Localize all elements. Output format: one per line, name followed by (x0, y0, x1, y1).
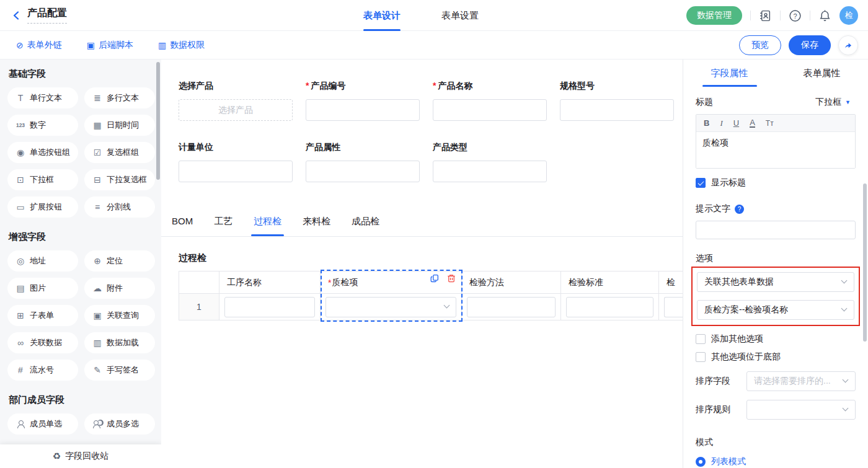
top-header: 产品配置 表单设计表单设置 数据管理 ? (0, 0, 868, 31)
inspect-standard-input[interactable] (566, 297, 653, 317)
data-manage-button[interactable]: 数据管理 (686, 6, 742, 25)
header-tab-form-design[interactable]: 表单设计 (363, 0, 401, 31)
toolbar-link-label: 后端脚本 (99, 40, 133, 51)
tab-field-properties[interactable]: 字段属性 (683, 60, 776, 87)
field-item-address[interactable]: ◎地址 (7, 250, 78, 272)
field-item-multi-select[interactable]: ⊟下拉复选框 (84, 169, 155, 190)
field-item-attachment[interactable]: ☁附件 (84, 278, 155, 299)
canvas-field-产品名称[interactable]: 产品名称 (433, 81, 547, 121)
canvas-field-产品编号[interactable]: 产品编号 (306, 81, 420, 121)
add-other-option-row[interactable]: 添加其他选项 (696, 333, 856, 345)
field-item-divider[interactable]: ≡分割线 (84, 196, 155, 218)
help-icon[interactable]: ? (789, 9, 802, 22)
checkbox-icon[interactable] (696, 352, 706, 362)
sidebar-scrollbar[interactable] (156, 62, 160, 180)
field-item-extend-button[interactable]: ▭扩展按钮 (7, 196, 78, 218)
sort-field-select[interactable]: 请选择需要排序的... (746, 371, 856, 391)
show-title-checkbox-row[interactable]: 显示标题 (696, 177, 856, 188)
column-inspect-standard[interactable]: 检验标准 (561, 272, 659, 293)
chevron-down-icon (843, 377, 849, 383)
field-input[interactable] (560, 99, 674, 121)
field-item-datetime[interactable]: ▦日期时间 (84, 115, 155, 136)
field-label: 产品类型 (433, 142, 547, 153)
radio-selected-icon[interactable] (696, 457, 706, 467)
option-source-select[interactable]: 关联其他表单数据 (697, 272, 854, 292)
sort-rule-select[interactable] (746, 400, 856, 420)
field-item-member-multi[interactable]: 成员多选 (84, 413, 155, 435)
field-input[interactable] (433, 161, 547, 182)
selected-field-actions (429, 273, 457, 284)
field-item-member-single[interactable]: 成员单选 (7, 413, 78, 435)
field-item-select[interactable]: ⊡下拉框 (7, 169, 78, 190)
subform-tab-工艺[interactable]: 工艺 (214, 216, 232, 236)
bold-button[interactable]: B (704, 118, 709, 128)
subform-tab-成品检[interactable]: 成品检 (352, 216, 379, 236)
column-truncated[interactable]: 检 (659, 272, 683, 293)
bell-icon[interactable] (818, 9, 831, 22)
location-icon: ⊕ (92, 256, 102, 266)
field-item-number[interactable]: 123数字 (7, 115, 78, 136)
field-input[interactable] (179, 161, 293, 182)
italic-button[interactable]: I (720, 118, 722, 128)
canvas-field-产品类型[interactable]: 产品类型 (433, 142, 547, 182)
field-item-single-text[interactable]: T单行文本 (7, 87, 78, 108)
field-recycle-bin[interactable]: ♻ 字段回收站 (0, 444, 161, 468)
other-option-bottom-row[interactable]: 其他选项位于底部 (696, 351, 856, 363)
back-button[interactable]: 产品配置 (0, 7, 67, 24)
field-item-image[interactable]: ▤图片 (7, 278, 78, 299)
toolbar-link-form-external-link[interactable]: ⊘表单外链 (16, 40, 62, 51)
underline-button[interactable]: U (733, 118, 739, 128)
field-item-checkbox-group[interactable]: ☑复选框组 (84, 142, 155, 163)
field-item-multi-text[interactable]: ≣多行文本 (84, 87, 155, 108)
delete-field-button[interactable] (446, 273, 457, 284)
share-button[interactable] (838, 35, 858, 55)
index-column-header (179, 272, 219, 293)
header-tab-form-settings[interactable]: 表单设置 (441, 0, 479, 31)
quality-item-select[interactable] (326, 297, 456, 317)
help-circle-icon[interactable] (735, 205, 744, 214)
canvas-field-产品属性[interactable]: 产品属性 (306, 142, 420, 182)
field-item-location[interactable]: ⊕定位 (84, 250, 155, 272)
toolbar-link-data-permission[interactable]: ▥数据权限 (158, 40, 205, 51)
option-field-select[interactable]: 质检方案--检验项名称 (697, 300, 854, 320)
column-inspect-method[interactable]: 检验方法 (462, 272, 561, 293)
product-picker-input[interactable]: 选择产品 (179, 99, 293, 121)
preview-button[interactable]: 预览 (739, 35, 781, 55)
truncated-input[interactable] (664, 297, 683, 317)
canvas-field-规格型号[interactable]: 规格型号 (560, 81, 674, 121)
process-name-input[interactable] (224, 297, 315, 317)
title-editor-content[interactable]: 质检项 (696, 132, 855, 168)
address-book-icon[interactable] (759, 9, 772, 22)
column-process-name[interactable]: 工序名称 (219, 272, 321, 293)
checkbox-checked-icon[interactable] (696, 178, 706, 188)
field-item-radio-group[interactable]: ◉单选按钮组 (7, 142, 78, 163)
hint-text-input[interactable] (696, 221, 856, 239)
field-item-subform[interactable]: ⊞子表单 (7, 305, 78, 326)
canvas-field-计量单位[interactable]: 计量单位 (179, 142, 293, 182)
field-item-serial[interactable]: #流水号 (7, 360, 78, 381)
field-input[interactable] (433, 99, 547, 121)
font-size-button[interactable]: Tᴛ (766, 119, 774, 128)
mode-option-1[interactable]: 列表模式 (696, 456, 856, 467)
field-input[interactable] (306, 161, 420, 182)
canvas-field-选择产品[interactable]: 选择产品选择产品 (179, 81, 293, 121)
checkbox-icon[interactable] (696, 334, 706, 344)
subform-tab-来料检[interactable]: 来料检 (303, 216, 330, 236)
field-item-data-load[interactable]: ▥数据加载 (84, 332, 155, 353)
panel-scrollbar[interactable] (863, 183, 867, 342)
tab-form-properties[interactable]: 表单属性 (776, 60, 868, 87)
subform-tab-过程检[interactable]: 过程检 (254, 216, 281, 236)
copy-field-button[interactable] (429, 273, 440, 284)
font-color-button[interactable]: A (750, 118, 755, 128)
field-item-signature[interactable]: ✎手写签名 (84, 360, 155, 381)
toolbar-link-backend-script[interactable]: ▣后端脚本 (87, 40, 133, 51)
field-item-related-data[interactable]: ∞关联数据 (7, 332, 78, 353)
avatar[interactable]: 检 (839, 6, 858, 25)
radio-group-icon: ◉ (16, 148, 25, 157)
field-input[interactable] (306, 99, 420, 121)
inspect-method-input[interactable] (467, 297, 556, 317)
field-item-related-query[interactable]: ▣关联查询 (84, 305, 155, 326)
field-type-selector[interactable]: 下拉框 (810, 95, 856, 109)
save-button[interactable]: 保存 (789, 35, 831, 55)
subform-tab-BOM[interactable]: BOM (172, 216, 193, 236)
